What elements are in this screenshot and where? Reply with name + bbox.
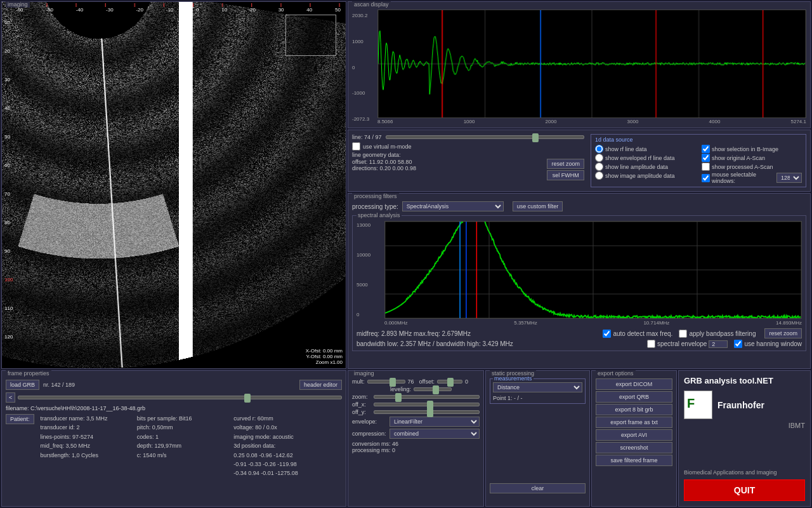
imaging-panel: imaging -60 -50 -40 -30 -20 -10 0 10 20 bbox=[1, 1, 346, 369]
line-geometry-label: line geometry data: bbox=[352, 152, 584, 158]
pos1: 0.25 0.08 -0.96 -142.62 bbox=[233, 451, 342, 460]
export-options-label: export options bbox=[596, 370, 636, 377]
spectral-label: spectral analysis bbox=[357, 212, 402, 218]
spectral-reset-zoom-button[interactable]: reset zoom bbox=[764, 328, 802, 338]
export-dicom-button[interactable]: export DICOM bbox=[596, 378, 672, 390]
data-source-title: 1d data source bbox=[595, 137, 802, 143]
prev-frame-button[interactable]: < bbox=[6, 392, 15, 403]
ascan-xmax: 5274.1 bbox=[791, 119, 806, 124]
spectral-envelope-checkbox[interactable] bbox=[647, 340, 655, 348]
patient-button[interactable]: Patient: bbox=[6, 414, 34, 424]
offset-sm-label: offset: bbox=[419, 378, 435, 385]
mult-label: mult: bbox=[352, 378, 365, 385]
spectral-y3: 5000 bbox=[357, 282, 382, 288]
ascan-ymax: 2030.2 bbox=[352, 13, 375, 18]
measurement-type-select[interactable]: Distance Area bbox=[493, 382, 582, 392]
load-grb-button[interactable]: load GRB bbox=[6, 380, 39, 390]
processing-panel: processing filters processing type: Spec… bbox=[348, 193, 811, 369]
show-rf-label: show rf line data bbox=[605, 146, 647, 152]
bw-low-label: bandwidth low: bbox=[357, 340, 400, 347]
export-avi-button[interactable]: export AVI bbox=[596, 429, 672, 441]
spectral-x2: 5.357MHz bbox=[514, 320, 537, 326]
leveling-label: leveling: bbox=[390, 386, 411, 392]
offset-label: offset: 11.92 0.00 58.80 bbox=[352, 159, 416, 165]
header-editor-button[interactable]: header editor bbox=[299, 380, 342, 390]
mult-slider-thumb bbox=[390, 378, 396, 387]
export-qrb-button[interactable]: export QRB bbox=[596, 391, 672, 403]
mouse-selectable-checkbox[interactable] bbox=[702, 174, 710, 182]
leveling-thumb bbox=[433, 385, 439, 394]
transducer-id: transducer id: 2 bbox=[41, 423, 131, 432]
spectral-panel: spectral analysis 13000 10000 5000 0 bbox=[352, 215, 806, 351]
export-frame-txt-button[interactable]: export frame as txt bbox=[596, 417, 672, 428]
processing-label: processing filters bbox=[352, 193, 399, 199]
mouse-selectable-label: mouse selectable windows: bbox=[712, 171, 775, 184]
export-8bit-button[interactable]: export 8 bit grb bbox=[596, 404, 672, 415]
compression-select[interactable]: combined linear bbox=[390, 429, 480, 439]
static-processing-label: static processing bbox=[490, 370, 536, 377]
envelope-label: envelope: bbox=[352, 418, 387, 425]
mouse-selectable-select[interactable]: 128 64 256 bbox=[776, 173, 802, 183]
ascan-yzero: 0 bbox=[352, 65, 375, 70]
compression-label: compression: bbox=[352, 431, 387, 437]
ascan-xmin: 8.5066 bbox=[377, 119, 393, 124]
virtual-mmode-checkbox[interactable] bbox=[352, 142, 360, 150]
midfreq-label: midfreq: bbox=[357, 330, 381, 337]
ascan-label: ascan display bbox=[352, 1, 391, 8]
show-processed-ascan-checkbox[interactable] bbox=[702, 163, 710, 171]
frame-properties-label: frame properties bbox=[6, 370, 51, 377]
static-processing-panel: static processing measurements Distance … bbox=[485, 370, 590, 507]
auto-detect-checkbox[interactable] bbox=[603, 330, 611, 338]
processing-type-select[interactable]: SpectralAnalysis None bbox=[402, 201, 504, 211]
lines-points: lines-points: 97-5274 bbox=[41, 432, 131, 441]
pitch: pitch: 0,50mm bbox=[137, 423, 227, 432]
ascan-x4: 4000 bbox=[709, 119, 721, 124]
sel-fwhm-button[interactable]: sel FWHM bbox=[547, 170, 584, 180]
data-source-panel: 1d data source show rf line data bbox=[591, 134, 806, 187]
frame-properties-panel: frame properties load GRB nr. 142 / 189 … bbox=[1, 370, 346, 507]
line-slider-thumb bbox=[532, 133, 539, 142]
grb-branding: GRB analysis tool.NET F Fraunhofer bbox=[678, 370, 811, 507]
show-enveloped-radio[interactable] bbox=[595, 154, 603, 162]
clear-button[interactable]: clear bbox=[490, 483, 586, 493]
show-line-amp-radio[interactable] bbox=[595, 163, 603, 171]
spectral-envelope-input[interactable] bbox=[709, 340, 728, 348]
processing-ms: processing ms: 0 bbox=[352, 447, 480, 453]
virtual-mmode-label: use virtual m-mode bbox=[363, 144, 412, 150]
apply-bandpass-checkbox[interactable] bbox=[679, 330, 687, 338]
hanning-window-checkbox[interactable] bbox=[734, 340, 742, 348]
show-rf-radio[interactable] bbox=[595, 145, 603, 153]
ascan-ymin: -2072.3 bbox=[352, 116, 375, 122]
biomedical-label: Biomedical Applications and Imaging bbox=[684, 469, 805, 476]
burst-length: burstlength: 1,0 Cycles bbox=[41, 451, 131, 460]
show-original-ascan-checkbox[interactable] bbox=[702, 154, 710, 162]
ascan-chart bbox=[377, 10, 806, 118]
quit-button[interactable]: QUIT bbox=[684, 479, 805, 501]
save-filtered-button[interactable]: save filtered frame bbox=[596, 455, 672, 466]
zoom-sm-label: zoom: bbox=[352, 394, 371, 400]
spectral-x3: 10.714MHz bbox=[643, 320, 669, 326]
screenshot-button[interactable]: screenshot bbox=[596, 442, 672, 453]
spectral-envelope-label: spectral envelope bbox=[657, 340, 707, 347]
spectral-y4: 0 bbox=[357, 312, 382, 318]
show-selection-b-checkbox[interactable] bbox=[702, 145, 710, 153]
show-image-amp-radio[interactable] bbox=[595, 171, 603, 180]
reset-zoom-button[interactable]: reset zoom bbox=[547, 159, 584, 169]
midfreq-value: 2.893 MHz bbox=[381, 330, 412, 337]
mid-freq: mid_freq: 3,50 MHz bbox=[41, 441, 131, 450]
bw-high-value: 3.429 MHz bbox=[482, 340, 513, 347]
line-info-label: line: 74 / 97 bbox=[352, 134, 382, 140]
imaging-label: imaging bbox=[6, 1, 30, 8]
envelope-select[interactable]: LinearFilter None bbox=[390, 417, 480, 427]
ascan-x2: 2000 bbox=[546, 119, 557, 124]
voltage: voltage: 80 / 0.0x bbox=[233, 423, 342, 432]
show-image-amp-label: show image amplitude data bbox=[605, 173, 675, 179]
line-controls-panel: line: 74 / 97 use virtual m-mode line ge… bbox=[348, 130, 811, 192]
show-original-ascan-label: show original A-Scan bbox=[712, 155, 765, 161]
conversion-ms: conversion ms: 46 bbox=[352, 441, 480, 447]
custom-filter-button[interactable]: use custom filter bbox=[513, 201, 563, 211]
ascan-ymid: 1000 bbox=[352, 39, 375, 44]
bits-per-sample: bits per sample: Bit16 bbox=[137, 414, 227, 423]
grb-title: GRB analysis tool.NET bbox=[684, 376, 805, 385]
export-options-panel: export options export DICOM export QRB e… bbox=[591, 370, 677, 507]
